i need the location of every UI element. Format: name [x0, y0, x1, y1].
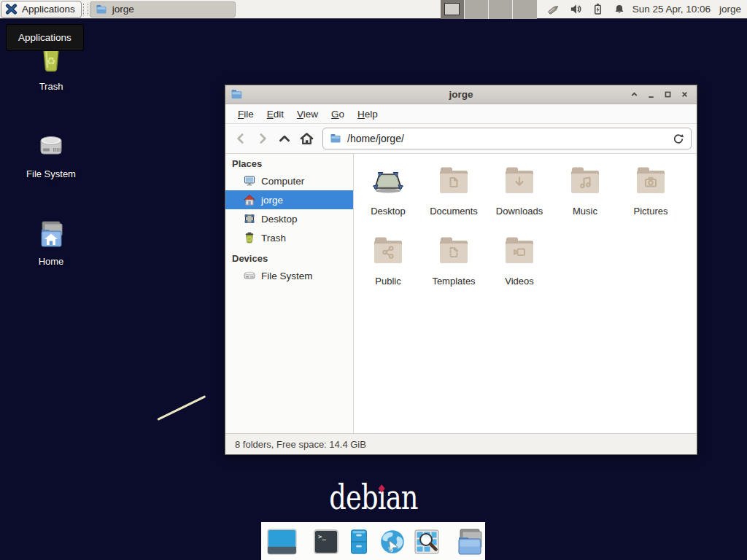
folder-view: Desktop Documents — [354, 154, 697, 433]
desktop-icon-label: Home — [16, 256, 86, 267]
directory-menu-launcher[interactable] — [454, 527, 485, 556]
desktop-icon-file-system[interactable]: File System — [16, 129, 86, 179]
window-titlebar[interactable]: jorge — [225, 85, 697, 104]
workspace-2[interactable] — [465, 0, 489, 19]
folder-label: Videos — [505, 276, 534, 287]
folder-item-desktop[interactable]: Desktop — [355, 163, 421, 233]
folder-item-pictures[interactable]: Pictures — [618, 163, 684, 233]
menu-file[interactable]: File — [231, 106, 260, 122]
taskbar-window-button[interactable]: jorge — [90, 1, 236, 18]
system-tray — [547, 3, 625, 16]
hard-drive-icon — [34, 155, 69, 166]
desktop-icon — [244, 213, 255, 225]
window-folder-icon — [231, 88, 243, 101]
sidebar-item-label: Desktop — [261, 214, 298, 225]
panel-clock[interactable]: Sun 25 Apr, 10:06 — [632, 4, 711, 15]
folder-item-templates[interactable]: Templates — [421, 233, 487, 303]
battery-charging-icon[interactable] — [592, 3, 604, 15]
folder-label: Public — [375, 276, 400, 287]
menu-edit[interactable]: Edit — [260, 106, 290, 122]
videos-folder-icon — [502, 233, 537, 271]
folder-label: Documents — [430, 206, 478, 217]
sidebar-item-file-system[interactable]: File System — [225, 266, 353, 285]
panel-drag-handle[interactable] — [83, 4, 88, 15]
workspace-window-preview — [444, 3, 460, 15]
home-icon — [244, 194, 255, 206]
workspace-switcher — [441, 0, 537, 19]
folder-label: Templates — [432, 276, 475, 287]
web-browser-launcher[interactable] — [377, 526, 408, 557]
trash-icon: ♻ — [34, 68, 69, 79]
top-panel: Applications jorge — [0, 0, 747, 19]
sidebar-item-label: Computer — [261, 176, 304, 187]
menubar: File Edit View Go Help — [225, 104, 697, 124]
folder-item-downloads[interactable]: Downloads — [487, 163, 552, 233]
forward-button[interactable] — [252, 128, 273, 149]
menu-view[interactable]: View — [290, 106, 325, 122]
home-button[interactable] — [296, 128, 317, 149]
sidebar-item-trash[interactable]: Trash — [225, 228, 353, 247]
wordmark-part: an — [386, 478, 418, 517]
maximize-button[interactable] — [662, 89, 673, 100]
app-finder-launcher[interactable] — [412, 527, 441, 556]
volume-icon[interactable] — [570, 3, 582, 15]
wordmark-i: ı — [378, 480, 386, 515]
notifications-bell-icon[interactable] — [614, 4, 625, 15]
workspace-4[interactable] — [513, 0, 536, 19]
sidebar-item-label: File System — [261, 271, 313, 281]
music-folder-icon — [568, 163, 603, 201]
desktop-icon-label: Trash — [16, 81, 86, 92]
desktop-special-icon — [371, 163, 406, 201]
folder-item-music[interactable]: Music — [552, 163, 618, 233]
folder-label: Music — [573, 206, 597, 217]
stylus-icon[interactable] — [547, 3, 560, 16]
file-manager-window: jorge File Edit View Go Help — [225, 85, 697, 455]
svg-text:>_: >_ — [318, 533, 326, 540]
applications-menu-button[interactable]: Applications — [1, 1, 82, 18]
workspace-3[interactable] — [489, 0, 513, 19]
sidebar-item-computer[interactable]: Computer — [225, 171, 353, 190]
path-input[interactable] — [347, 133, 667, 144]
path-bar[interactable] — [322, 128, 692, 149]
folder-item-documents[interactable]: Documents — [421, 163, 487, 233]
close-button[interactable] — [679, 89, 690, 100]
sidebar-item-label: Trash — [261, 233, 286, 244]
drive-icon — [244, 270, 255, 281]
folder-label: Desktop — [371, 206, 406, 217]
shade-button[interactable] — [629, 89, 640, 100]
sidebar: Places Computer — [225, 154, 354, 433]
menu-help[interactable]: Help — [351, 106, 384, 122]
show-desktop-button[interactable] — [266, 526, 298, 559]
desktop-icon-home[interactable]: Home — [16, 217, 86, 267]
folder-icon — [330, 133, 341, 144]
folder-item-videos[interactable]: Videos — [487, 233, 552, 303]
menu-go[interactable]: Go — [325, 106, 351, 122]
applications-menu-label: Applications — [22, 4, 75, 15]
computer-icon — [244, 175, 255, 187]
templates-folder-icon — [436, 233, 471, 271]
terminal-launcher[interactable]: >_ — [311, 527, 341, 556]
documents-folder-icon — [436, 163, 471, 201]
minimize-button[interactable] — [646, 89, 657, 100]
sidebar-header-places: Places — [225, 155, 353, 171]
public-folder-icon — [371, 233, 406, 271]
debian-wordmark: debıan — [0, 480, 747, 515]
sidebar-item-label: jorge — [261, 195, 283, 206]
status-text: 8 folders, Free space: 14.4 GiB — [235, 439, 366, 450]
up-button[interactable] — [274, 128, 295, 149]
sidebar-item-jorge[interactable]: jorge — [225, 190, 353, 209]
folder-item-public[interactable]: Public — [355, 233, 421, 303]
reload-icon[interactable] — [673, 133, 684, 144]
workspace-1[interactable] — [441, 0, 465, 19]
desktop-icon-label: File System — [16, 168, 86, 179]
file-manager-launcher[interactable] — [345, 527, 373, 556]
wordmark-part: deb — [329, 478, 378, 517]
bottom-dock: >_ — [261, 522, 485, 560]
sidebar-item-desktop[interactable]: Desktop — [225, 209, 353, 228]
panel-username[interactable]: jorge — [719, 4, 741, 15]
pictures-folder-icon — [633, 163, 668, 201]
home-folder-icon — [34, 243, 69, 254]
back-button[interactable] — [231, 128, 251, 149]
sidebar-header-devices: Devices — [225, 250, 353, 266]
applications-tooltip: Applications — [6, 24, 84, 51]
